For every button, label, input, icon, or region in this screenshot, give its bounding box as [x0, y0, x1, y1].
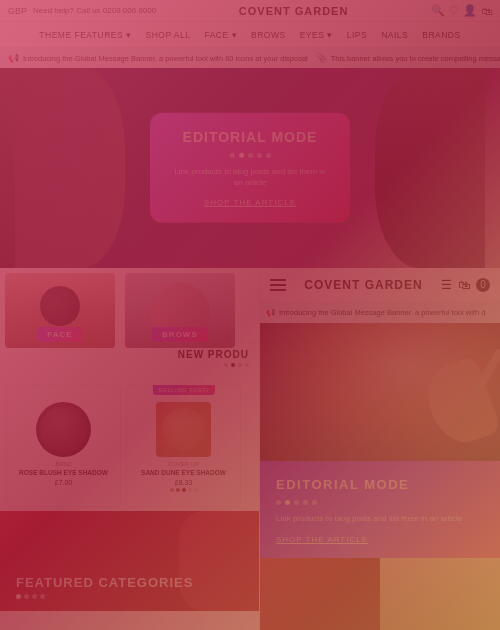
right-thumb-bg-1 [260, 558, 380, 630]
right-column: COVENT GARDEN ☰ 🛍 0 📢 Introducing the Gl… [260, 268, 500, 630]
right-thumb-1[interactable] [260, 558, 380, 630]
thumb1-overlay [260, 558, 380, 630]
main-area: FACE BROWS NEW PRODU [0, 268, 500, 630]
right-thumbs [260, 558, 500, 630]
